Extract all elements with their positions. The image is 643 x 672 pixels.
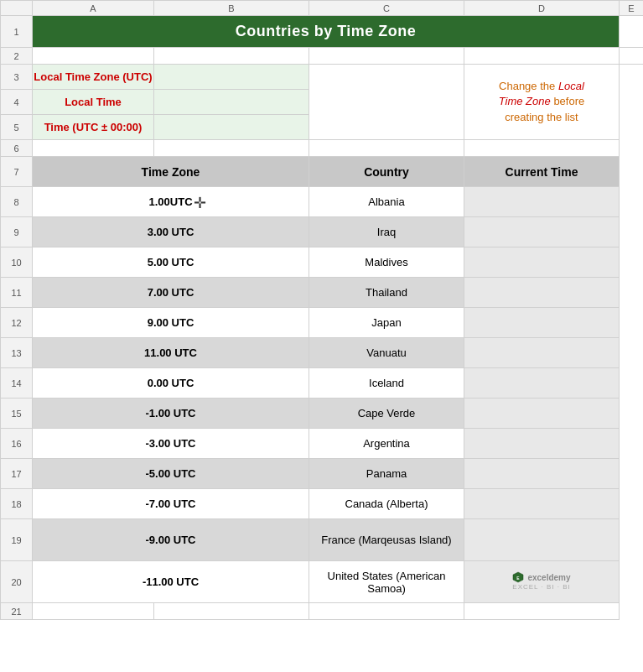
tz-row-4: 9.00 UTC bbox=[33, 308, 309, 338]
header-currenttime: Current Time bbox=[464, 157, 620, 187]
curtime-row-5 bbox=[464, 338, 620, 368]
cell-d4 bbox=[309, 90, 464, 115]
row-num-13: 13 bbox=[1, 338, 33, 368]
cell-b21 bbox=[33, 603, 154, 620]
info-value-utc[interactable] bbox=[154, 115, 309, 140]
cell-b2 bbox=[33, 48, 154, 65]
country-row-5: Vanuatu bbox=[309, 338, 464, 368]
row-num-5: 5 bbox=[1, 115, 33, 140]
curtime-row-2 bbox=[464, 247, 620, 278]
cell-d3 bbox=[309, 65, 464, 90]
side-note: Change the LocalTime Zone beforecreating… bbox=[464, 65, 620, 140]
cell-d2 bbox=[309, 48, 464, 65]
country-row-12: United States (American Samoa) bbox=[309, 561, 464, 603]
tz-row-12: -11.00 UTC bbox=[33, 561, 309, 603]
country-row-3: Thailand bbox=[309, 278, 464, 308]
tz-row-10: -7.00 UTC bbox=[33, 489, 309, 519]
country-row-10: Canada (Alberta) bbox=[309, 489, 464, 519]
cell-c21 bbox=[154, 603, 309, 620]
cell-d5 bbox=[309, 115, 464, 140]
row-num-16: 16 bbox=[1, 429, 33, 459]
row-num-1: 1 bbox=[1, 16, 33, 48]
cell-e2 bbox=[464, 48, 620, 65]
row-num-8: 8 bbox=[1, 187, 33, 217]
curtime-row-0 bbox=[464, 187, 620, 217]
curtime-row-6 bbox=[464, 368, 620, 399]
country-row-7: Cape Verde bbox=[309, 399, 464, 429]
col-header-rownum bbox=[1, 1, 33, 16]
col-header-e: E bbox=[620, 1, 644, 16]
spreadsheet-title: Countries by Time Zone bbox=[33, 16, 620, 48]
cell-e21 bbox=[464, 603, 620, 620]
info-label-localtime: Local Time bbox=[33, 90, 154, 115]
curtime-row-9 bbox=[464, 459, 620, 489]
spreadsheet: A B C D E 1 Countries by Time Zone 2 3 L… bbox=[0, 0, 643, 620]
info-label-utc: Time (UTC ± 00:00) bbox=[33, 115, 154, 140]
row-num-10: 10 bbox=[1, 247, 33, 278]
info-value-tz[interactable] bbox=[154, 65, 309, 90]
row-num-21: 21 bbox=[1, 603, 33, 620]
col-header-c: C bbox=[309, 1, 464, 16]
row-num-17: 17 bbox=[1, 459, 33, 489]
curtime-row-3 bbox=[464, 278, 620, 308]
tz-row-6: 0.00 UTC bbox=[33, 368, 309, 399]
curtime-row-10 bbox=[464, 489, 620, 519]
watermark: E exceldemy EXCEL · BI · BI bbox=[464, 570, 619, 593]
col-header-d: D bbox=[464, 1, 620, 16]
country-row-4: Japan bbox=[309, 308, 464, 338]
cell-b6 bbox=[33, 140, 154, 157]
info-value-localtime[interactable] bbox=[154, 90, 309, 115]
row-num-12: 12 bbox=[1, 308, 33, 338]
tz-row-0: 1.00✛UTC bbox=[33, 187, 309, 217]
tz-row-3: 7.00 UTC bbox=[33, 278, 309, 308]
row-num-6: 6 bbox=[1, 140, 33, 157]
row-num-14: 14 bbox=[1, 368, 33, 399]
cell-f2 bbox=[620, 48, 644, 65]
curtime-row-8 bbox=[464, 429, 620, 459]
cell-c2 bbox=[154, 48, 309, 65]
tz-row-1: 3.00 UTC bbox=[33, 217, 309, 247]
info-label-tz: Local Time Zone (UTC) bbox=[33, 65, 154, 90]
tz-row-2: 5.00 UTC bbox=[33, 247, 309, 278]
country-row-9: Panama bbox=[309, 459, 464, 489]
tz-row-9: -5.00 UTC bbox=[33, 459, 309, 489]
curtime-row-1 bbox=[464, 217, 620, 247]
col-header-b: B bbox=[154, 1, 309, 16]
cell-e6 bbox=[464, 140, 620, 157]
country-row-8: Argentina bbox=[309, 429, 464, 459]
col-header-a: A bbox=[33, 1, 154, 16]
cell-e1 bbox=[620, 16, 644, 48]
curtime-row-7 bbox=[464, 399, 620, 429]
cell-c6 bbox=[154, 140, 309, 157]
country-row-2: Maldives bbox=[309, 247, 464, 278]
country-row-11: France (Marqeusas Island) bbox=[309, 519, 464, 561]
cell-d6 bbox=[309, 140, 464, 157]
row-num-11: 11 bbox=[1, 278, 33, 308]
exceldemy-logo-icon: E bbox=[512, 571, 524, 583]
cell-d21 bbox=[309, 603, 464, 620]
tz-row-7: -1.00 UTC bbox=[33, 399, 309, 429]
row-num-3: 3 bbox=[1, 65, 33, 90]
row-num-7: 7 bbox=[1, 157, 33, 187]
row-num-4: 4 bbox=[1, 90, 33, 115]
curtime-row-12: E exceldemy EXCEL · BI · BI bbox=[464, 561, 620, 603]
curtime-row-11 bbox=[464, 519, 620, 561]
country-row-1: Iraq bbox=[309, 217, 464, 247]
row-num-15: 15 bbox=[1, 399, 33, 429]
row-num-18: 18 bbox=[1, 489, 33, 519]
tz-row-5: 11.00 UTC bbox=[33, 338, 309, 368]
tz-row-8: -3.00 UTC bbox=[33, 429, 309, 459]
row-num-20: 20 bbox=[1, 561, 33, 603]
header-timezone: Time Zone bbox=[33, 157, 309, 187]
country-row-6: Iceland bbox=[309, 368, 464, 399]
row-num-9: 9 bbox=[1, 217, 33, 247]
country-row-0: Albania bbox=[309, 187, 464, 217]
row-num-2: 2 bbox=[1, 48, 33, 65]
tz-row-11: -9.00 UTC bbox=[33, 519, 309, 561]
row-num-19: 19 bbox=[1, 519, 33, 561]
side-note-highlight1: LocalTime Zone bbox=[499, 80, 584, 107]
header-country: Country bbox=[309, 157, 464, 187]
curtime-row-4 bbox=[464, 308, 620, 338]
